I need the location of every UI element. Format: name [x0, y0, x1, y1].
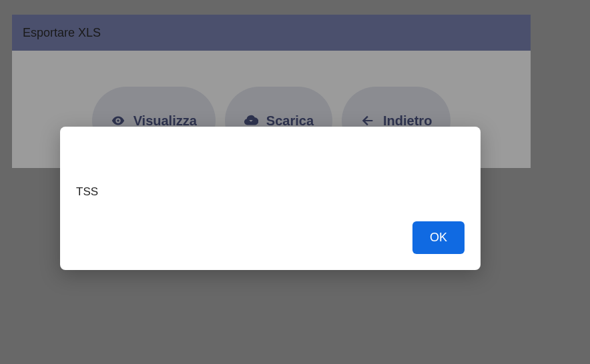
ok-button[interactable]: OK	[412, 221, 465, 254]
modal-message: TSS	[76, 143, 465, 221]
modal-footer: OK	[76, 221, 465, 254]
alert-modal: TSS OK	[60, 127, 481, 270]
